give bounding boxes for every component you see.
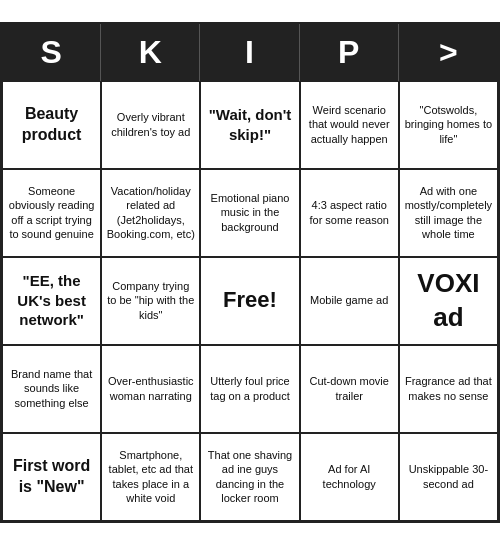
header-letter-1: K: [101, 24, 200, 81]
bingo-cell-17: Utterly foul price tag on a product: [200, 345, 299, 433]
bingo-cell-0: Beauty product: [2, 81, 101, 169]
bingo-cell-8: 4:3 aspect ratio for some reason: [300, 169, 399, 257]
bingo-cell-4: "Cotswolds, bringing homes to life": [399, 81, 498, 169]
bingo-cell-10: "EE, the UK's best network": [2, 257, 101, 345]
header-letter-4: >: [399, 24, 498, 81]
bingo-card: SKIP> Beauty productOverly vibrant child…: [0, 22, 500, 523]
bingo-cell-12: Free!: [200, 257, 299, 345]
header-letter-0: S: [2, 24, 101, 81]
bingo-cell-24: Unskippable 30-second ad: [399, 433, 498, 521]
bingo-header: SKIP>: [2, 24, 498, 81]
bingo-grid: Beauty productOverly vibrant children's …: [2, 81, 498, 521]
bingo-cell-11: Company trying to be "hip with the kids": [101, 257, 200, 345]
bingo-cell-15: Brand name that sounds like something el…: [2, 345, 101, 433]
bingo-cell-23: Ad for AI technology: [300, 433, 399, 521]
bingo-cell-21: Smartphone, tablet, etc ad that takes pl…: [101, 433, 200, 521]
bingo-cell-5: Someone obviously reading off a script t…: [2, 169, 101, 257]
bingo-cell-20: First word is "New": [2, 433, 101, 521]
bingo-cell-14: VOXI ad: [399, 257, 498, 345]
bingo-cell-3: Weird scenario that would never actually…: [300, 81, 399, 169]
bingo-cell-1: Overly vibrant children's toy ad: [101, 81, 200, 169]
header-letter-3: P: [300, 24, 399, 81]
bingo-cell-7: Emotional piano music in the background: [200, 169, 299, 257]
bingo-cell-9: Ad with one mostly/completely still imag…: [399, 169, 498, 257]
bingo-cell-2: "Wait, don't skip!": [200, 81, 299, 169]
bingo-cell-18: Cut-down movie trailer: [300, 345, 399, 433]
bingo-cell-13: Mobile game ad: [300, 257, 399, 345]
bingo-cell-22: That one shaving ad ine guys dancing in …: [200, 433, 299, 521]
bingo-cell-19: Fragrance ad that makes no sense: [399, 345, 498, 433]
header-letter-2: I: [200, 24, 299, 81]
bingo-cell-16: Over-enthusiastic woman narrating: [101, 345, 200, 433]
bingo-cell-6: Vacation/holiday related ad (Jet2holiday…: [101, 169, 200, 257]
